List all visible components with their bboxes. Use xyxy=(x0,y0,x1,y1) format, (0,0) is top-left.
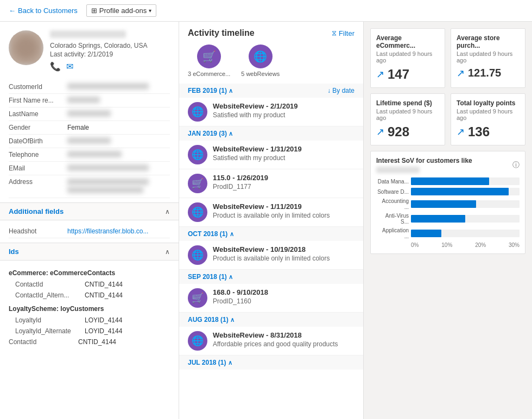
bar-track xyxy=(411,177,520,185)
ids-row: ContactId CNTID_4144 xyxy=(9,279,170,290)
ids-group-title-loyalty: LoyaltyScheme: loyCustomers xyxy=(9,305,170,313)
metric-cards-row-1: Average eCommerc... Last updated 9 hours… xyxy=(370,28,525,88)
trend-up-icon: ↗ xyxy=(457,126,465,138)
filter-button[interactable]: ⧖ Filter xyxy=(332,29,354,37)
bar-label: Data Mana... xyxy=(376,179,409,185)
bar-label: Accounting ... xyxy=(376,198,409,210)
timeline-group-oct2018[interactable]: OCT 2018 (1) ∧ xyxy=(179,227,363,241)
ids-value: CNTID_4144 xyxy=(78,338,116,346)
timeline-icon-web: 🌐 xyxy=(188,145,207,164)
timeline-group-sep2018[interactable]: SEP 2018 (1) ∧ xyxy=(179,270,363,284)
ids-value: CNTID_4144 xyxy=(85,281,123,288)
timeline-content: 115.0 - 1/26/2019 ProdID_1177 xyxy=(213,174,354,191)
chart-axis-label: 20% xyxy=(475,242,486,248)
field-value-telephone xyxy=(67,151,122,157)
timeline-group-label: OCT 2018 (1) ∧ xyxy=(188,230,234,238)
timeline-title: WebsiteReview - 10/19/2018 xyxy=(213,245,354,253)
activity-icon-webreviews: 🌐 5 webReviews xyxy=(241,45,280,77)
metric-card-updated: Last updated 9 hours ago xyxy=(457,108,520,121)
timeline-group-jan2019[interactable]: JAN 2019 (3) ∧ xyxy=(179,126,363,141)
timeline-group-jul2018[interactable]: JUL 2018 (1) ∧ xyxy=(179,355,363,370)
info-icon[interactable]: ⓘ xyxy=(512,160,520,170)
metric-card-ecommerce: Average eCommerc... Last updated 9 hours… xyxy=(370,28,445,88)
activity-icon-ecommerce: 🛒 3 eCommerce... xyxy=(188,45,230,77)
timeline-title: 115.0 - 1/26/2019 xyxy=(213,174,354,182)
field-label: Gender xyxy=(9,124,63,131)
profile-fields: CustomerId First Name re... LastName Gen… xyxy=(0,80,179,202)
timeline-content: WebsiteReview - 8/31/2018 Affordable pri… xyxy=(213,331,354,348)
ecommerce-icon-circle: 🛒 xyxy=(197,45,221,68)
timeline-sort-button[interactable]: ↓ By date xyxy=(327,87,354,94)
collapse-icon: ∧ xyxy=(165,248,170,256)
ids-row: ContactId CNTID_4144 xyxy=(9,337,170,347)
chart-axis-label: 10% xyxy=(441,242,452,248)
field-label: EMail xyxy=(9,164,63,172)
field-value-firstname xyxy=(67,97,100,103)
profile-actions: 📞 ✉ xyxy=(50,61,170,72)
timeline-content: WebsiteReview - 10/19/2018 Product is av… xyxy=(213,245,354,262)
metric-card-loyalty: Total loyalty points Last updated 9 hour… xyxy=(451,93,525,145)
ids-value: CNTID_4144 xyxy=(85,291,123,299)
headshot-label: Headshot xyxy=(9,227,63,235)
timeline-icon-cart: 🛒 xyxy=(188,174,207,193)
timeline-content: WebsiteReview - 1/31/2019 Satisfied with… xyxy=(213,145,354,162)
email-icon[interactable]: ✉ xyxy=(66,61,73,72)
ids-label: LoyaltyId xyxy=(15,316,80,324)
chart-axis: 0% 10% 20% 30% xyxy=(376,242,520,248)
profile-info: Colorado Springs, Colorado, USA Last act… xyxy=(50,30,170,72)
bar-fill xyxy=(411,188,509,195)
metric-card-store: Average store purch... Last updated 9 ho… xyxy=(451,28,525,88)
timeline-subtitle: Product is available only in limited col… xyxy=(213,255,354,262)
ids-row: ContactId_Altern... CNTID_4144 xyxy=(9,290,170,301)
bar-row-software: Software D... xyxy=(376,188,520,195)
chart-axis-label: 30% xyxy=(509,242,520,248)
timeline-group-aug2018[interactable]: AUG 2018 (1) ∧ xyxy=(179,313,363,327)
bar-track xyxy=(411,230,520,237)
metric-card-updated: Last updated 9 hours ago xyxy=(376,50,439,64)
timeline-item: 🌐 WebsiteReview - 2/1/2019 Satisfied wit… xyxy=(179,98,363,126)
timeline-item: 🛒 115.0 - 1/26/2019 ProdID_1177 xyxy=(179,169,363,198)
additional-fields-content: Headshot https://filestransfer.blob.co..… xyxy=(0,220,179,243)
bar-track xyxy=(411,215,520,223)
timeline-title: WebsiteReview - 2/1/2019 xyxy=(213,102,354,110)
metric-card-title: Total loyalty points xyxy=(457,99,520,107)
metric-value-loyalty: 136 xyxy=(468,124,490,139)
metric-card-title: Average store purch... xyxy=(457,34,520,49)
trend-up-icon: ↗ xyxy=(376,126,384,138)
timeline-title: WebsiteReview - 1/11/2019 xyxy=(213,202,354,211)
trend-up-icon: ↗ xyxy=(457,67,465,79)
timeline-group-feb2019[interactable]: FEB 2019 (1) ∧ ↓ By date xyxy=(179,84,363,98)
field-label: First Name re... xyxy=(9,97,63,104)
metric-card-updated: Last updated 9 hours ago xyxy=(457,50,520,64)
timeline-icon-web: 🌐 xyxy=(188,331,207,351)
additional-fields-title: Additional fields xyxy=(9,207,64,215)
timeline-item: 🛒 168.0 - 9/10/2018 ProdID_1160 xyxy=(179,284,363,313)
timeline-item: 🌐 WebsiteReview - 8/31/2018 Affordable p… xyxy=(179,327,363,355)
timeline-content: WebsiteReview - 2/1/2019 Satisfied with … xyxy=(213,102,354,119)
field-row: DateOfBirth xyxy=(9,135,170,148)
profile-location: Colorado Springs, Colorado, USA xyxy=(50,42,170,49)
headshot-value[interactable]: https://filestransfer.blob.co... xyxy=(67,227,148,235)
chevron-down-icon: ▾ xyxy=(149,8,151,14)
timeline-icon-web: 🌐 xyxy=(188,202,207,222)
field-value-gender: Female xyxy=(67,124,89,130)
ids-content: eCommerce: eCommerceContacts ContactId C… xyxy=(0,261,179,347)
main-layout: Colorado Springs, Colorado, USA Last act… xyxy=(0,22,532,419)
back-to-customers-link[interactable]: ← Back to Customers xyxy=(9,7,78,15)
phone-icon[interactable]: 📞 xyxy=(50,61,61,72)
metric-card-title: Lifetime spend ($) xyxy=(376,99,439,107)
additional-fields-section-header[interactable]: Additional fields ∧ xyxy=(0,202,179,220)
chart-title-row: Interest SoV for customers like ⓘ xyxy=(376,157,520,173)
field-value-lastname xyxy=(67,110,111,117)
ids-section-header[interactable]: Ids ∧ xyxy=(0,243,179,261)
ids-value: LOYID_4144 xyxy=(85,327,122,335)
field-value-address2 xyxy=(67,187,143,193)
back-arrow-icon: ← xyxy=(9,7,16,15)
field-row: EMail xyxy=(9,162,170,175)
field-label: LastName xyxy=(9,110,63,118)
chart-axis-label: 0% xyxy=(411,242,419,248)
profile-addons-button[interactable]: ⊞ Profile add-ons ▾ xyxy=(86,4,156,17)
webreviews-icon-label: 5 webReviews xyxy=(241,71,280,77)
profile-activity: Last activity: 2/1/2019 xyxy=(50,50,170,58)
timeline-group-label: SEP 2018 (1) ∧ xyxy=(188,273,233,281)
